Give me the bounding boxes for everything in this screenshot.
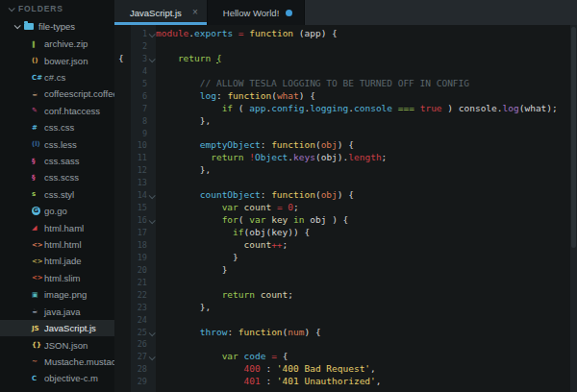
line-number: 25: [131, 327, 147, 339]
code-line[interactable]: 18 count++;: [114, 239, 577, 252]
code-text: 400 : '400 Bad Request',: [156, 363, 376, 376]
csharp-icon: C#: [32, 74, 44, 82]
sidebar-item-file[interactable]: Ggo.go: [0, 203, 114, 219]
sidebar-item-file[interactable]: ✎conf.htaccess: [0, 103, 114, 119]
less-icon: (l): [32, 140, 44, 148]
line-number: 15: [131, 202, 147, 214]
sidebar-item-file[interactable]: ◢html.haml: [0, 219, 114, 235]
code-line[interactable]: 16 for( var key in obj ) {: [114, 214, 577, 227]
code-line[interactable]: 5 // ALLOW TESLA LOGGING TO BE TURNED OF…: [114, 78, 577, 90]
code-line[interactable]: 23 },: [114, 302, 577, 314]
fold-toggle: [147, 264, 156, 277]
code-editor-window: FOLDERS file-types ‖archive.zip()bower.j…: [0, 0, 577, 392]
sidebar-item-file[interactable]: §css.scss: [0, 169, 114, 185]
fold-toggle: [147, 363, 156, 376]
sidebar-item-file[interactable]: <>html.html: [0, 236, 114, 253]
fold-toggle[interactable]: [147, 351, 156, 363]
code-line[interactable]: 25 throw: function(num) {: [114, 327, 577, 339]
sidebar-item-file[interactable]: {}JSON.json: [0, 336, 114, 353]
fold-toggle[interactable]: [147, 214, 156, 227]
code-line[interactable]: 13: [114, 177, 577, 189]
sidebar-item-file[interactable]: ()bower.json: [0, 52, 114, 68]
file-name-label: conf.htaccess: [44, 106, 100, 116]
sidebar-item-file[interactable]: ☕coffeescript.coffee: [0, 86, 114, 102]
code-line[interactable]: 14 countObject: function(obj) {: [114, 189, 577, 202]
gutter-brace: [114, 302, 131, 314]
gutter-brace: {: [114, 53, 131, 65]
code-line[interactable]: 10 emptyObject: function(obj) {: [114, 139, 577, 152]
code-line[interactable]: 20 }: [114, 264, 577, 277]
chevron-down-icon: [149, 56, 156, 62]
sidebar-item-file[interactable]: §css.sass: [0, 153, 114, 169]
sidebar-item-file[interactable]: (l)css.less: [0, 135, 114, 152]
line-number: 1: [131, 28, 147, 40]
chevron-down-icon: [9, 5, 15, 12]
code-line[interactable]: 8 },: [114, 115, 577, 128]
fold-toggle: [147, 40, 156, 53]
code-line[interactable]: 4: [114, 65, 577, 78]
editor-pane[interactable]: 1module.exports = function (app) {2{3 re…: [114, 25, 577, 392]
code-line[interactable]: 9: [114, 128, 577, 140]
fold-toggle[interactable]: [147, 28, 156, 40]
sidebar-item-root-folder[interactable]: file-types: [0, 17, 114, 36]
code-text: var count = 0;: [156, 202, 299, 214]
line-number: 2: [131, 40, 147, 53]
code-line[interactable]: 11 return !Object.keys(obj).length;: [114, 152, 577, 164]
code-line[interactable]: 26: [114, 338, 577, 351]
vertical-scrollbar[interactable]: [570, 25, 577, 392]
code-line[interactable]: 2: [114, 40, 577, 53]
sidebar-item-file[interactable]: ☕java.java: [0, 304, 114, 320]
fold-toggle[interactable]: [147, 327, 156, 339]
gutter-brace: [114, 202, 131, 214]
sidebar-item-file[interactable]: #css.css: [0, 119, 114, 135]
editor-tab[interactable]: Hellow World!: [208, 0, 305, 25]
scrollbar-thumb[interactable]: [571, 27, 576, 248]
line-number: 12: [131, 164, 147, 177]
code-line[interactable]: 29 401 : '401 Unauthorized',: [114, 376, 577, 388]
code-line[interactable]: 17 if(obj(key)) {: [114, 227, 577, 239]
fold-toggle: [147, 239, 156, 252]
sidebar-item-file[interactable]: C#c#.cs: [0, 69, 114, 86]
code-line[interactable]: {3 return {: [114, 53, 577, 65]
sidebar-item-file[interactable]: Cobjective-c.m: [0, 370, 114, 386]
sidebar-item-file[interactable]: scss.styl: [0, 186, 114, 203]
fold-toggle: [147, 128, 156, 140]
line-number: 18: [131, 239, 147, 252]
code-line[interactable]: 7 if ( app.config.logging.console === tr…: [114, 103, 577, 115]
folders-header[interactable]: FOLDERS: [0, 0, 114, 17]
sidebar-item-file[interactable]: ~Mustache.mustache: [0, 354, 114, 370]
code-line[interactable]: 21: [114, 277, 577, 289]
editor-tab[interactable]: JavaScript.js×: [114, 0, 208, 25]
root-folder-label: file-types: [38, 21, 75, 32]
code-line[interactable]: 22 return count;: [114, 289, 577, 302]
file-name-label: css.scss: [44, 172, 79, 183]
file-name-label: archive.zip: [44, 38, 88, 49]
code-text: // ALLOW TESLA LOGGING TO BE TURNED OFF …: [156, 78, 469, 90]
code-line[interactable]: 27 var code = {: [114, 351, 577, 363]
gutter-brace: [114, 164, 131, 177]
code-text: if ( app.config.logging.console === true…: [156, 103, 558, 115]
code-line[interactable]: 19 }: [114, 252, 577, 264]
json-icon: {}: [32, 341, 44, 349]
html-icon: <>: [32, 241, 44, 249]
sidebar-item-file[interactable]: <>html.slim: [0, 270, 114, 286]
sidebar-item-file[interactable]: <>html.jade: [0, 253, 114, 269]
code-text: var code = {: [156, 351, 288, 363]
gutter-brace: [114, 252, 131, 264]
sidebar-item-file[interactable]: ‖archive.zip: [0, 36, 114, 52]
code-line[interactable]: 1module.exports = function (app) {: [114, 28, 577, 40]
code-line[interactable]: 24: [114, 314, 577, 327]
line-number: 20: [131, 264, 147, 277]
line-number: 27: [131, 351, 147, 363]
code-line[interactable]: 12 },: [114, 164, 577, 177]
code-line[interactable]: 6 log: function(what) {: [114, 90, 577, 103]
sidebar-item-file[interactable]: ▣image.png: [0, 286, 114, 303]
code-line[interactable]: 28 400 : '400 Bad Request',: [114, 363, 577, 376]
fold-toggle[interactable]: [147, 53, 156, 65]
sidebar-item-file[interactable]: JSJavaScript.js: [0, 320, 114, 336]
line-number: 11: [131, 152, 147, 164]
fold-toggle[interactable]: [147, 189, 156, 202]
close-icon[interactable]: ×: [192, 7, 198, 17]
code-line[interactable]: 15 var count = 0;: [114, 202, 577, 214]
scss-icon: §: [32, 174, 44, 182]
